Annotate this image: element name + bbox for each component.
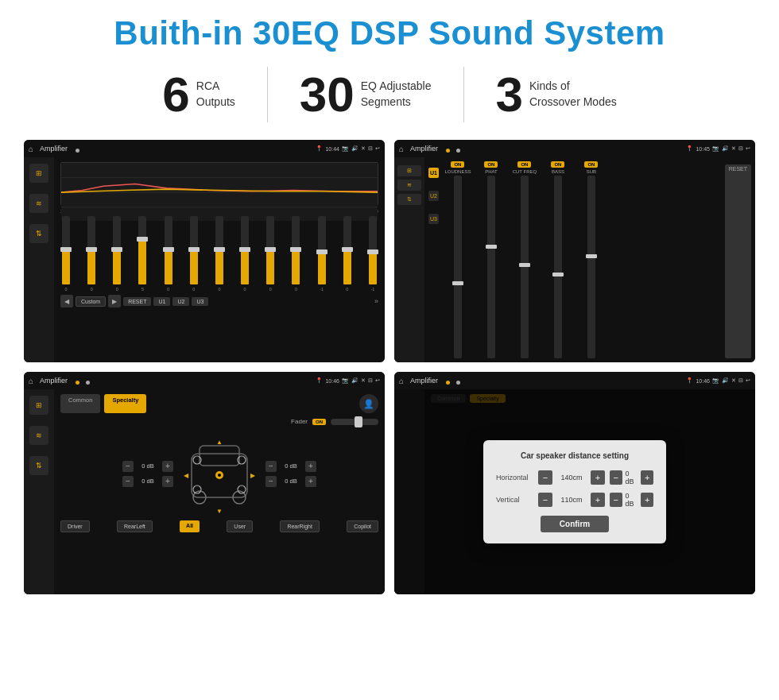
dialog-vertical-plus[interactable]: +	[591, 493, 605, 507]
dialog-right-plus-1[interactable]: +	[641, 470, 653, 485]
eq-track-1[interactable]	[87, 216, 95, 284]
s3-right-vol-bottom: − 0 dB +	[265, 476, 316, 487]
s3-user-button[interactable]: User	[227, 520, 253, 532]
s2-u1-button[interactable]: U1	[428, 168, 439, 178]
eq-track-10[interactable]	[318, 216, 326, 284]
eq-side-btn-1[interactable]: ⊞	[29, 164, 48, 183]
screen1-status-dot	[76, 141, 79, 156]
confirm-button[interactable]: Confirm	[541, 516, 609, 532]
s3-tab-specialty[interactable]: Specialty	[104, 394, 146, 413]
screen3-vol-icon: 🔊	[351, 377, 358, 384]
s2-bass-channel: ON BASS	[543, 161, 573, 358]
s3-rearright-button[interactable]: RearRight	[280, 520, 320, 532]
screen4-dots	[446, 373, 459, 388]
s2-u-labels: U1 U2 U3	[428, 161, 439, 358]
eq-next-button[interactable]: ▶	[108, 295, 121, 307]
screen2-time: 10:45	[696, 146, 710, 152]
dialog-box: Car speaker distance setting Horizontal …	[483, 440, 666, 543]
eq-u3-button[interactable]: U3	[192, 297, 208, 306]
s2-u3-button[interactable]: U3	[428, 214, 439, 224]
page-wrapper: Buith-in 30EQ DSP Sound System 6 RCA Out…	[0, 0, 779, 602]
s2-phat-slider[interactable]	[487, 176, 495, 358]
s2-sub-slider[interactable]	[587, 176, 595, 358]
dialog-horizontal-minus[interactable]: −	[538, 470, 552, 485]
s2-loudness-on[interactable]: ON	[451, 161, 464, 168]
screen3-min-icon: ⊟	[368, 377, 373, 384]
dialog-right-minus-2[interactable]: −	[610, 493, 622, 507]
s2-bass-on[interactable]: ON	[551, 161, 564, 168]
s2-sub-on[interactable]: ON	[584, 161, 598, 168]
screen3-side-controls: ⊞ ≋ ⇅	[24, 389, 54, 594]
screen1-status-icons: 📍 10:44 📷 🔊 ✕ ⊟ ↩	[316, 145, 380, 152]
s2-loudness-slider[interactable]	[454, 176, 462, 358]
eq-track-0[interactable]	[62, 216, 70, 284]
eq-reset-button[interactable]: RESET	[123, 297, 151, 306]
s3-right-top-plus[interactable]: +	[305, 461, 316, 472]
s3-tab-common[interactable]: Common	[60, 394, 100, 413]
s3-all-button[interactable]: All	[180, 520, 200, 532]
s3-vol-btn[interactable]: ⇅	[29, 456, 48, 475]
s3-rearleft-button[interactable]: RearLeft	[117, 520, 153, 532]
eq-track-6[interactable]	[215, 216, 223, 284]
s2-bass-slider[interactable]	[554, 176, 562, 358]
stat-text-rca: RCA Outputs	[196, 79, 235, 110]
s3-fader-slider[interactable]	[331, 419, 378, 425]
screen3-status-bar: ⌂ Amplifier 📍 10:46 📷 🔊 ✕ ⊟ ↩	[24, 372, 385, 389]
dialog-right-val-2: 0 dB	[626, 492, 638, 508]
eq-slider-2: 0	[113, 216, 121, 292]
s3-left-bot-minus[interactable]: −	[122, 476, 134, 487]
s3-right-bot-minus[interactable]: −	[265, 476, 277, 487]
screen4-location-icon: 📍	[686, 377, 693, 384]
eq-track-8[interactable]	[266, 216, 274, 284]
eq-side-btn-3[interactable]: ⇅	[29, 224, 48, 243]
s3-eq-btn[interactable]: ⊞	[29, 396, 48, 415]
screen2-status-bar: ⌂ Amplifier 📍 10:45 📷 🔊 ✕ ⊟ ↩	[394, 140, 755, 157]
eq-track-4[interactable]	[165, 216, 172, 284]
eq-preset-label: Custom	[76, 296, 106, 307]
s3-left-bot-plus[interactable]: +	[162, 476, 173, 487]
s3-right-bot-plus[interactable]: +	[305, 476, 316, 487]
s2-sub-channel: ON SUB	[576, 161, 607, 358]
eq-track-9[interactable]	[292, 216, 300, 284]
s2-phat-channel: ON PHAT	[476, 161, 506, 358]
s2-vol-btn[interactable]: ⇅	[397, 194, 421, 205]
eq-track-2[interactable]	[113, 216, 121, 284]
dialog-right-plus-2[interactable]: +	[641, 493, 653, 507]
s3-fader-on[interactable]: ON	[312, 419, 326, 425]
screen2-app-name: Amplifier	[410, 145, 438, 153]
dialog-right-minus-1[interactable]: −	[610, 470, 622, 485]
eq-track-12[interactable]	[369, 216, 377, 284]
stat-number-crossover: 3	[496, 70, 523, 119]
eq-prev-button[interactable]: ◀	[60, 295, 73, 307]
s3-left-top-minus[interactable]: −	[122, 461, 134, 472]
s2-wave-btn[interactable]: ≋	[397, 180, 421, 191]
s3-driver-button[interactable]: Driver	[60, 520, 90, 532]
s2-u2-button[interactable]: U2	[428, 191, 439, 201]
s3-wave-btn[interactable]: ≋	[29, 426, 48, 445]
eq-side-btn-2[interactable]: ≋	[29, 194, 48, 213]
s3-left-top-plus[interactable]: +	[162, 461, 173, 472]
s2-reset-button[interactable]: RESET	[725, 164, 751, 358]
eq-track-3[interactable]	[138, 216, 146, 284]
eq-slider-7: 0	[241, 216, 249, 292]
s2-eq-btn[interactable]: ⊞	[397, 165, 421, 176]
s3-profile-icon[interactable]: 👤	[359, 394, 378, 413]
s2-cutfreq-on[interactable]: ON	[517, 161, 531, 168]
eq-u1-button[interactable]: U1	[153, 297, 170, 306]
screen1-status-bar: ⌂ Amplifier 📍 10:44 📷 🔊 ✕ ⊟ ↩	[24, 140, 385, 157]
eq-track-7[interactable]	[241, 216, 249, 284]
s3-copilot-button[interactable]: Copilot	[347, 520, 378, 532]
s3-right-top-minus[interactable]: −	[265, 461, 277, 472]
eq-slider-0: 0	[62, 216, 70, 292]
dialog-vertical-minus[interactable]: −	[538, 493, 552, 507]
s2-phat-on[interactable]: ON	[484, 161, 498, 168]
dialog-horizontal-plus[interactable]: +	[591, 470, 605, 485]
eq-track-5[interactable]	[190, 216, 198, 284]
screen4-camera-icon: 📷	[712, 377, 719, 384]
screen3-location-icon: 📍	[316, 377, 323, 384]
dialog-vertical-value: 110cm	[556, 496, 587, 504]
eq-u2-button[interactable]: U2	[172, 297, 189, 306]
s2-cutfreq-slider[interactable]	[521, 176, 529, 358]
stat-crossover: 3 Kinds of Crossover Modes	[464, 70, 649, 119]
eq-track-11[interactable]	[343, 216, 351, 284]
